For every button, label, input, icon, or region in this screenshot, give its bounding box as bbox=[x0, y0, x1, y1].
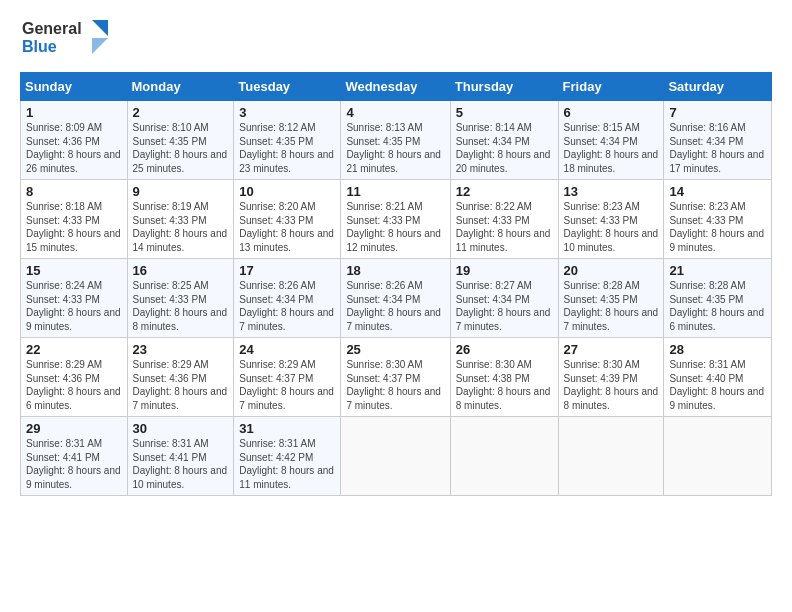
day-number: 18 bbox=[346, 263, 444, 278]
calendar-body: 1Sunrise: 8:09 AMSunset: 4:36 PMDaylight… bbox=[21, 101, 772, 496]
day-cell-7: 7Sunrise: 8:16 AMSunset: 4:34 PMDaylight… bbox=[664, 101, 772, 180]
day-number: 27 bbox=[564, 342, 659, 357]
week-row-4: 22Sunrise: 8:29 AMSunset: 4:36 PMDayligh… bbox=[21, 338, 772, 417]
day-number: 4 bbox=[346, 105, 444, 120]
day-info: Sunrise: 8:12 AMSunset: 4:35 PMDaylight:… bbox=[239, 122, 334, 174]
day-number: 1 bbox=[26, 105, 122, 120]
empty-cell bbox=[450, 417, 558, 496]
day-number: 14 bbox=[669, 184, 766, 199]
day-info: Sunrise: 8:31 AMSunset: 4:41 PMDaylight:… bbox=[133, 438, 228, 490]
logo: General Blue bbox=[20, 16, 110, 62]
week-row-1: 1Sunrise: 8:09 AMSunset: 4:36 PMDaylight… bbox=[21, 101, 772, 180]
day-number: 16 bbox=[133, 263, 229, 278]
day-cell-1: 1Sunrise: 8:09 AMSunset: 4:36 PMDaylight… bbox=[21, 101, 128, 180]
header-cell-monday: Monday bbox=[127, 73, 234, 101]
day-info: Sunrise: 8:20 AMSunset: 4:33 PMDaylight:… bbox=[239, 201, 334, 253]
day-number: 12 bbox=[456, 184, 553, 199]
day-cell-27: 27Sunrise: 8:30 AMSunset: 4:39 PMDayligh… bbox=[558, 338, 664, 417]
day-info: Sunrise: 8:25 AMSunset: 4:33 PMDaylight:… bbox=[133, 280, 228, 332]
day-info: Sunrise: 8:23 AMSunset: 4:33 PMDaylight:… bbox=[669, 201, 764, 253]
page: General Blue SundayMondayTuesdayWednesda… bbox=[0, 0, 792, 506]
svg-text:Blue: Blue bbox=[22, 38, 57, 55]
day-info: Sunrise: 8:29 AMSunset: 4:36 PMDaylight:… bbox=[26, 359, 121, 411]
day-cell-25: 25Sunrise: 8:30 AMSunset: 4:37 PMDayligh… bbox=[341, 338, 450, 417]
day-number: 6 bbox=[564, 105, 659, 120]
day-cell-24: 24Sunrise: 8:29 AMSunset: 4:37 PMDayligh… bbox=[234, 338, 341, 417]
day-info: Sunrise: 8:28 AMSunset: 4:35 PMDaylight:… bbox=[564, 280, 659, 332]
day-cell-19: 19Sunrise: 8:27 AMSunset: 4:34 PMDayligh… bbox=[450, 259, 558, 338]
day-info: Sunrise: 8:27 AMSunset: 4:34 PMDaylight:… bbox=[456, 280, 551, 332]
header-row: SundayMondayTuesdayWednesdayThursdayFrid… bbox=[21, 73, 772, 101]
day-info: Sunrise: 8:21 AMSunset: 4:33 PMDaylight:… bbox=[346, 201, 441, 253]
day-info: Sunrise: 8:18 AMSunset: 4:33 PMDaylight:… bbox=[26, 201, 121, 253]
day-info: Sunrise: 8:13 AMSunset: 4:35 PMDaylight:… bbox=[346, 122, 441, 174]
day-info: Sunrise: 8:19 AMSunset: 4:33 PMDaylight:… bbox=[133, 201, 228, 253]
day-cell-6: 6Sunrise: 8:15 AMSunset: 4:34 PMDaylight… bbox=[558, 101, 664, 180]
day-number: 29 bbox=[26, 421, 122, 436]
svg-marker-3 bbox=[92, 38, 108, 54]
day-info: Sunrise: 8:10 AMSunset: 4:35 PMDaylight:… bbox=[133, 122, 228, 174]
day-number: 10 bbox=[239, 184, 335, 199]
day-number: 9 bbox=[133, 184, 229, 199]
day-cell-31: 31Sunrise: 8:31 AMSunset: 4:42 PMDayligh… bbox=[234, 417, 341, 496]
day-number: 26 bbox=[456, 342, 553, 357]
day-cell-20: 20Sunrise: 8:28 AMSunset: 4:35 PMDayligh… bbox=[558, 259, 664, 338]
day-cell-22: 22Sunrise: 8:29 AMSunset: 4:36 PMDayligh… bbox=[21, 338, 128, 417]
day-info: Sunrise: 8:16 AMSunset: 4:34 PMDaylight:… bbox=[669, 122, 764, 174]
calendar-table: SundayMondayTuesdayWednesdayThursdayFrid… bbox=[20, 72, 772, 496]
week-row-3: 15Sunrise: 8:24 AMSunset: 4:33 PMDayligh… bbox=[21, 259, 772, 338]
day-cell-21: 21Sunrise: 8:28 AMSunset: 4:35 PMDayligh… bbox=[664, 259, 772, 338]
day-info: Sunrise: 8:31 AMSunset: 4:41 PMDaylight:… bbox=[26, 438, 121, 490]
day-info: Sunrise: 8:23 AMSunset: 4:33 PMDaylight:… bbox=[564, 201, 659, 253]
day-info: Sunrise: 8:30 AMSunset: 4:39 PMDaylight:… bbox=[564, 359, 659, 411]
day-info: Sunrise: 8:30 AMSunset: 4:38 PMDaylight:… bbox=[456, 359, 551, 411]
day-info: Sunrise: 8:09 AMSunset: 4:36 PMDaylight:… bbox=[26, 122, 121, 174]
day-number: 15 bbox=[26, 263, 122, 278]
day-number: 17 bbox=[239, 263, 335, 278]
day-cell-26: 26Sunrise: 8:30 AMSunset: 4:38 PMDayligh… bbox=[450, 338, 558, 417]
day-number: 2 bbox=[133, 105, 229, 120]
day-number: 20 bbox=[564, 263, 659, 278]
week-row-5: 29Sunrise: 8:31 AMSunset: 4:41 PMDayligh… bbox=[21, 417, 772, 496]
empty-cell bbox=[664, 417, 772, 496]
day-cell-3: 3Sunrise: 8:12 AMSunset: 4:35 PMDaylight… bbox=[234, 101, 341, 180]
day-number: 31 bbox=[239, 421, 335, 436]
day-number: 21 bbox=[669, 263, 766, 278]
day-cell-18: 18Sunrise: 8:26 AMSunset: 4:34 PMDayligh… bbox=[341, 259, 450, 338]
day-number: 7 bbox=[669, 105, 766, 120]
day-number: 13 bbox=[564, 184, 659, 199]
header-cell-sunday: Sunday bbox=[21, 73, 128, 101]
svg-text:General: General bbox=[22, 20, 82, 37]
day-info: Sunrise: 8:29 AMSunset: 4:37 PMDaylight:… bbox=[239, 359, 334, 411]
day-cell-16: 16Sunrise: 8:25 AMSunset: 4:33 PMDayligh… bbox=[127, 259, 234, 338]
header-cell-tuesday: Tuesday bbox=[234, 73, 341, 101]
logo-svg: General Blue bbox=[20, 16, 110, 58]
day-cell-8: 8Sunrise: 8:18 AMSunset: 4:33 PMDaylight… bbox=[21, 180, 128, 259]
header-cell-thursday: Thursday bbox=[450, 73, 558, 101]
day-info: Sunrise: 8:15 AMSunset: 4:34 PMDaylight:… bbox=[564, 122, 659, 174]
day-cell-15: 15Sunrise: 8:24 AMSunset: 4:33 PMDayligh… bbox=[21, 259, 128, 338]
week-row-2: 8Sunrise: 8:18 AMSunset: 4:33 PMDaylight… bbox=[21, 180, 772, 259]
day-info: Sunrise: 8:26 AMSunset: 4:34 PMDaylight:… bbox=[346, 280, 441, 332]
day-cell-13: 13Sunrise: 8:23 AMSunset: 4:33 PMDayligh… bbox=[558, 180, 664, 259]
day-cell-28: 28Sunrise: 8:31 AMSunset: 4:40 PMDayligh… bbox=[664, 338, 772, 417]
day-info: Sunrise: 8:31 AMSunset: 4:42 PMDaylight:… bbox=[239, 438, 334, 490]
day-cell-29: 29Sunrise: 8:31 AMSunset: 4:41 PMDayligh… bbox=[21, 417, 128, 496]
day-cell-11: 11Sunrise: 8:21 AMSunset: 4:33 PMDayligh… bbox=[341, 180, 450, 259]
day-cell-23: 23Sunrise: 8:29 AMSunset: 4:36 PMDayligh… bbox=[127, 338, 234, 417]
day-number: 11 bbox=[346, 184, 444, 199]
day-cell-2: 2Sunrise: 8:10 AMSunset: 4:35 PMDaylight… bbox=[127, 101, 234, 180]
day-info: Sunrise: 8:24 AMSunset: 4:33 PMDaylight:… bbox=[26, 280, 121, 332]
day-info: Sunrise: 8:28 AMSunset: 4:35 PMDaylight:… bbox=[669, 280, 764, 332]
day-number: 24 bbox=[239, 342, 335, 357]
day-number: 22 bbox=[26, 342, 122, 357]
header-cell-saturday: Saturday bbox=[664, 73, 772, 101]
day-info: Sunrise: 8:31 AMSunset: 4:40 PMDaylight:… bbox=[669, 359, 764, 411]
day-number: 23 bbox=[133, 342, 229, 357]
day-number: 19 bbox=[456, 263, 553, 278]
day-number: 5 bbox=[456, 105, 553, 120]
header: General Blue bbox=[20, 16, 772, 62]
day-number: 30 bbox=[133, 421, 229, 436]
day-number: 8 bbox=[26, 184, 122, 199]
day-cell-14: 14Sunrise: 8:23 AMSunset: 4:33 PMDayligh… bbox=[664, 180, 772, 259]
